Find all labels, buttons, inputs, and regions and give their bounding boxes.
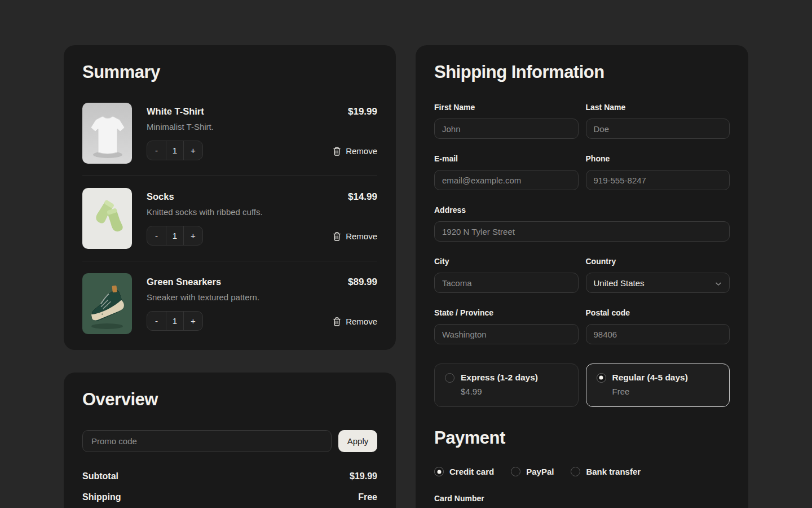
radio-checked-icon[interactable] xyxy=(597,373,606,383)
shipping-cost-row: Shipping Free xyxy=(82,492,377,502)
shipping-information-panel: Shipping Information First Name Last Nam… xyxy=(416,45,748,508)
overview-title: Overview xyxy=(82,389,377,410)
shipping-option-label: Regular (4-5 days) xyxy=(612,373,688,383)
shipping-cost-value: Free xyxy=(358,492,377,502)
summary-title: Summary xyxy=(82,62,377,82)
increase-quantity-button[interactable]: + xyxy=(184,312,202,330)
payment-method-label: PayPal xyxy=(526,467,554,476)
green-sneaker-photo xyxy=(82,273,132,334)
decrease-quantity-button[interactable]: - xyxy=(147,141,166,160)
increase-quantity-button[interactable]: + xyxy=(184,141,202,160)
address-label: Address xyxy=(434,205,730,214)
country-select[interactable]: United States xyxy=(586,273,730,293)
city-label: City xyxy=(434,257,579,266)
phone-field-group: Phone xyxy=(586,154,730,190)
overview-panel: Overview Apply Subtotal $19.99 Shipping … xyxy=(64,373,396,508)
trash-icon xyxy=(333,147,341,156)
shipping-option-price: $4.99 xyxy=(461,387,568,396)
radio-unchecked-icon[interactable] xyxy=(445,373,454,383)
payment-methods: Credit card PayPal Bank transfer xyxy=(434,467,730,476)
address-input[interactable] xyxy=(434,221,730,242)
shipping-option-label: Express (1-2 days) xyxy=(461,373,538,383)
email-field-group: E-mail xyxy=(434,154,579,190)
payment-method-credit-card[interactable]: Credit card xyxy=(434,467,494,476)
country-label: Country xyxy=(586,257,730,266)
payment-title: Payment xyxy=(434,428,730,448)
remove-label: Remove xyxy=(346,146,377,156)
quantity-value: 1 xyxy=(166,141,184,160)
state-label: State / Province xyxy=(434,308,579,317)
white-t-shirt-photo xyxy=(82,103,132,164)
chevron-down-icon xyxy=(715,278,722,288)
radio-unchecked-icon[interactable] xyxy=(571,467,580,476)
quantity-stepper: - 1 + xyxy=(147,311,203,331)
postal-code-field-group: Postal code xyxy=(586,308,730,344)
remove-label: Remove xyxy=(346,231,377,241)
item-info: Socks Knitted socks with ribbed cuffs. xyxy=(147,191,304,217)
green-socks-photo xyxy=(82,188,132,249)
apply-promo-button[interactable]: Apply xyxy=(338,430,377,452)
shipping-information-title: Shipping Information xyxy=(434,62,730,82)
subtotal-label: Subtotal xyxy=(82,471,118,481)
item-name: Socks xyxy=(147,191,304,202)
item-name: White T-Shirt xyxy=(147,106,304,117)
email-label: E-mail xyxy=(434,154,579,163)
radio-checked-icon[interactable] xyxy=(434,467,444,476)
last-name-field-group: Last Name xyxy=(586,103,730,139)
remove-item-button[interactable]: Remove xyxy=(333,317,377,326)
quantity-value: 1 xyxy=(166,226,184,245)
remove-label: Remove xyxy=(346,317,377,326)
promo-code-input[interactable] xyxy=(82,430,332,452)
first-name-field-group: First Name xyxy=(434,103,579,139)
item-divider xyxy=(82,261,377,261)
payment-method-paypal[interactable]: PayPal xyxy=(511,467,554,476)
item-divider xyxy=(82,176,377,176)
cart-item-green-snearkers: Green Snearkers Sneaker with textured pa… xyxy=(82,273,377,334)
last-name-label: Last Name xyxy=(586,103,730,112)
remove-item-button[interactable]: Remove xyxy=(333,146,377,156)
payment-method-bank-transfer[interactable]: Bank transfer xyxy=(571,467,641,476)
quantity-value: 1 xyxy=(166,312,184,330)
item-info: Green Snearkers Sneaker with textured pa… xyxy=(147,277,304,302)
radio-unchecked-icon[interactable] xyxy=(511,467,520,476)
phone-input[interactable] xyxy=(586,170,730,190)
cart-item-socks: Socks Knitted socks with ribbed cuffs. $… xyxy=(82,188,377,249)
quantity-stepper: - 1 + xyxy=(147,141,203,160)
item-price: $14.99 xyxy=(348,191,377,203)
first-name-input[interactable] xyxy=(434,119,579,139)
shipping-cost-label: Shipping xyxy=(82,492,121,502)
payment-method-label: Credit card xyxy=(449,467,494,476)
trash-icon xyxy=(333,317,341,326)
shipping-option-express[interactable]: Express (1-2 days) $4.99 xyxy=(434,364,579,407)
country-selected-value: United States xyxy=(594,278,645,288)
last-name-input[interactable] xyxy=(586,119,730,139)
city-field-group: City xyxy=(434,257,579,293)
item-info: White T-Shirt Minimalist T-Shirt. xyxy=(147,106,304,132)
item-description: Sneaker with textured pattern. xyxy=(147,292,304,302)
item-name: Green Snearkers xyxy=(147,277,304,287)
city-input[interactable] xyxy=(434,273,579,293)
shipping-option-price: Free xyxy=(612,387,720,396)
promo-code-row: Apply xyxy=(82,430,377,452)
state-input[interactable] xyxy=(434,324,579,344)
postal-code-label: Postal code xyxy=(586,308,730,317)
item-description: Knitted socks with ribbed cuffs. xyxy=(147,207,304,217)
state-field-group: State / Province xyxy=(434,308,579,344)
quantity-stepper: - 1 + xyxy=(147,226,203,246)
shipping-option-regular[interactable]: Regular (4-5 days) Free xyxy=(586,364,730,407)
decrease-quantity-button[interactable]: - xyxy=(147,226,166,245)
remove-item-button[interactable]: Remove xyxy=(333,231,377,241)
postal-code-input[interactable] xyxy=(586,324,730,344)
summary-panel: Summary White T-Shirt Minimalist T-Shirt… xyxy=(64,45,396,350)
increase-quantity-button[interactable]: + xyxy=(184,226,202,245)
address-field-group: Address xyxy=(434,205,730,242)
payment-method-label: Bank transfer xyxy=(586,467,641,476)
subtotal-value: $19.99 xyxy=(350,471,377,481)
item-price: $89.99 xyxy=(348,277,377,288)
subtotal-row: Subtotal $19.99 xyxy=(82,471,377,481)
email-input[interactable] xyxy=(434,170,579,190)
decrease-quantity-button[interactable]: - xyxy=(147,312,166,330)
card-number-label: Card Number xyxy=(434,494,730,503)
first-name-label: First Name xyxy=(434,103,579,112)
phone-label: Phone xyxy=(586,154,730,163)
